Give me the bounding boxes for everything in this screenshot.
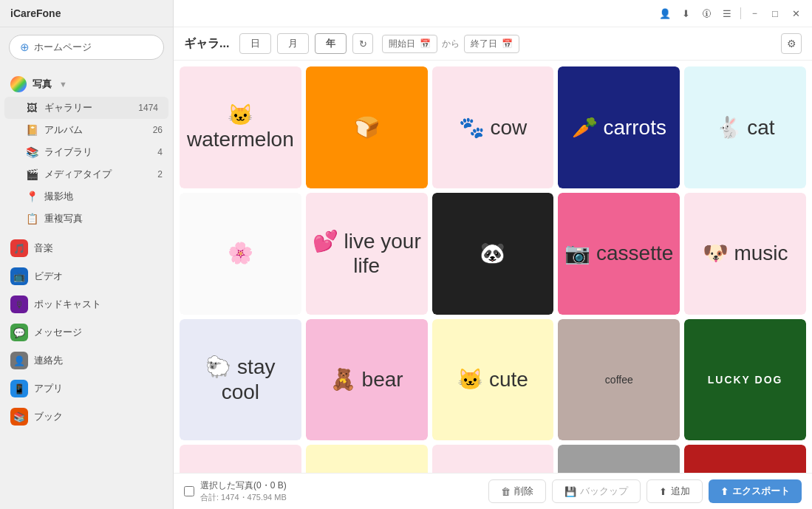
home-icon: ⊕ [20,41,30,54]
photos-chevron-icon: ▼ [59,80,67,89]
gallery-scroll[interactable]: 🐱 watermelon🍞🐾 cow🥕 carrots🐇 cat🌸💕 live … [174,61,812,473]
gallery-thumbnail: 🌲 [684,445,806,473]
gallery-item[interactable]: 🌲 [684,445,806,473]
sidebar-item-location[interactable]: 📍 撮影地 [0,185,173,208]
refresh-icon: ↻ [359,38,367,49]
gallery-thumbnail: 🐾 cow [432,66,554,188]
photos-section-header[interactable]: 写真 ▼ [0,72,173,97]
gallery-item[interactable]: 🍀 good luck [180,445,301,473]
gallery-thumbnail: 🥕 carrots [558,66,680,188]
select-all-checkbox[interactable] [184,486,194,496]
minimize-button[interactable]: － [747,6,762,21]
gallery-thumbnail: 🐱 watermelon [180,66,301,188]
gallery-thumbnail: 🍀 good luck [180,445,301,473]
gallery-item[interactable]: 🧸 bear [306,319,428,441]
tab-year[interactable]: 年 [315,33,347,54]
books-nav-icon: 📚 [10,408,28,426]
user-icon[interactable]: 👤 [658,6,672,21]
add-button[interactable]: ⬆ 追加 [646,479,703,503]
add-label: 追加 [671,485,690,498]
gallery-thumbnail: coffee [558,319,680,441]
nav-item-message[interactable]: 💬 メッセージ [0,318,173,346]
end-date-input[interactable]: 終了日 📅 [464,35,519,53]
download-icon[interactable]: ⬇ [678,6,693,21]
nav-label-message: メッセージ [34,326,82,339]
gallery-item[interactable]: 🌸 [180,193,301,315]
nav-item-video[interactable]: 📺 ビデオ [0,262,173,290]
apps-nav-icon: 📱 [10,380,28,397]
total-label: 合計: 1474・475.94 MB [200,492,287,503]
podcast-nav-icon: 🎙 [10,296,28,313]
bottom-actions: 🗑 削除 💾 バックップ ⬆ 追加 ⬆ エクスポート [488,479,802,503]
gallery-thumbnail: 🌸 [180,193,301,315]
start-date-input[interactable]: 開始日 📅 [382,35,437,53]
sidebar-item-mediatype[interactable]: 🎬 メディアタイプ 2 [0,163,173,185]
menu-icon[interactable]: ☰ [720,6,734,21]
maximize-button[interactable]: □ [768,6,782,21]
gallery-item[interactable]: 🐑 stay cool [180,319,301,441]
location-icon: 📍 [25,190,38,203]
gallery-thumbnail: 🧸 bear [306,319,428,441]
tab-month[interactable]: 月 [277,33,309,54]
settings-button[interactable]: ⚙ [781,33,802,54]
export-button[interactable]: ⬆ エクスポート [709,479,802,503]
gallery-item[interactable]: LUCKY DOG [684,319,806,441]
contact-nav-icon: 👤 [10,352,28,369]
nav-item-books[interactable]: 📚 ブック [0,403,173,431]
photos-section: 写真 ▼ 🖼 ギャラリー 1474 📔 アルバム 26 📚 ライブラリ 4 🎬 … [0,67,173,234]
refresh-button[interactable]: ↻ [352,33,373,54]
sidebar-label-gallery: ギャラリー [44,101,92,115]
gallery-item[interactable]: 🐼 [432,193,554,315]
gallery-item[interactable]: 👩 [558,445,680,473]
gallery-thumbnail: 🐼 [432,193,554,315]
sidebar-items: 🖼 ギャラリー 1474 📔 アルバム 26 📚 ライブラリ 4 🎬 メディアタ… [0,97,173,230]
sidebar-item-album[interactable]: 📔 アルバム 26 [0,119,173,141]
gallery-thumbnail: 💕 live your life [306,193,428,315]
gallery-thumbnail: 📷 cassette [558,193,680,315]
nav-item-music[interactable]: 🎵 音楽 [0,234,173,262]
nav-item-apps[interactable]: 📱 アプリ [0,375,173,403]
badge-library: 4 [157,147,163,157]
gallery-item[interactable]: 🐇 cat [684,66,806,188]
add-icon: ⬆ [659,486,667,497]
tab-day[interactable]: 日 [239,33,271,54]
export-icon: ⬆ [720,486,729,497]
nav-item-podcast[interactable]: 🎙 ポッドキャスト [0,290,173,318]
gallery-item[interactable]: 🐱 cute [432,319,554,441]
gallery-item[interactable]: 💖 love [432,445,554,473]
sidebar-item-duplicate[interactable]: 📋 重複写真 [0,208,173,230]
app-titlebar: iCareFone [0,0,173,27]
gallery-item[interactable]: 🐾 cow [432,66,554,188]
home-label: ホームページ [34,41,92,54]
gallery-item[interactable]: 🐱 watermelon [180,66,301,188]
video-nav-icon: 📺 [10,267,28,285]
message-nav-icon: 💬 [10,324,28,341]
badge-album: 26 [153,125,163,135]
gallery-item[interactable]: 🍞 [306,66,428,188]
gallery-item[interactable]: coffee [558,319,680,441]
nav-item-contact[interactable]: 👤 連絡先 [0,346,173,375]
gallery-item[interactable]: 🐻 cutie [306,445,428,473]
end-date-label: 終了日 [471,38,497,50]
backup-button[interactable]: 💾 バックップ [552,479,641,503]
sidebar-label-library: ライブラリ [44,146,92,159]
gallery-item[interactable]: 🐶 music [684,193,806,315]
close-button[interactable]: ✕ [788,6,803,21]
photos-section-icon [10,76,27,92]
sidebar-item-gallery[interactable]: 🖼 ギャラリー 1474 [4,97,168,119]
info-icon[interactable]: 🛈 [699,6,714,21]
gallery-item[interactable]: 📷 cassette [558,193,680,315]
nav-label-apps: アプリ [34,382,63,395]
date-range: 開始日 📅 から 終了日 📅 [382,35,519,53]
music-nav-icon: 🎵 [10,239,28,257]
gallery-thumbnail: 👩 [558,445,680,473]
sidebar-item-library[interactable]: 📚 ライブラリ 4 [0,141,173,163]
home-button[interactable]: ⊕ ホームページ [9,35,164,60]
gallery-item[interactable]: 🥕 carrots [558,66,680,188]
nav-label-contact: 連絡先 [34,354,63,367]
delete-icon: 🗑 [501,486,511,497]
select-all-area: 選択した写真(0・0 B) 合計: 1474・475.94 MB [184,479,287,503]
gallery-item[interactable]: 💕 live your life [306,193,428,315]
toolbar: ギャラ... 日 月 年 ↻ 開始日 📅 から 終了日 📅 ⚙ [174,27,812,61]
delete-button[interactable]: 🗑 削除 [488,479,546,503]
